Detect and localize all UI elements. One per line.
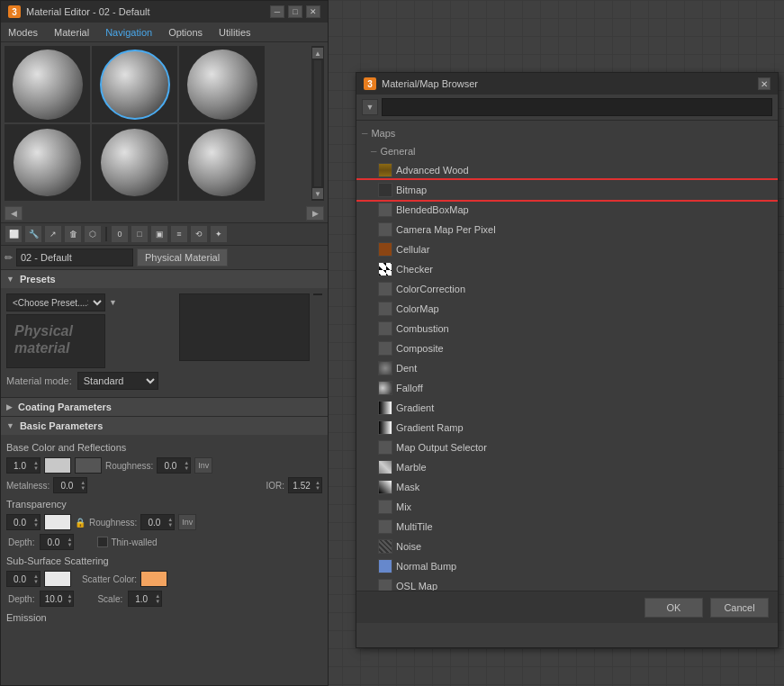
scroll-down[interactable]: ▼ (312, 188, 323, 199)
tree-item-map-output-selector[interactable]: Map Output Selector (356, 438, 778, 457)
ior-group: IOR: 1.52 ▲ ▼ (266, 477, 322, 493)
tree-item-checker[interactable]: Checker (356, 259, 778, 279)
scatter-color-swatch[interactable] (140, 571, 167, 587)
preset-scrollbar[interactable] (313, 293, 322, 295)
mb-ok-button[interactable]: OK (644, 598, 703, 618)
sss-spinner[interactable]: 0.0 ▲ ▼ (6, 571, 41, 587)
menu-material[interactable]: Material (50, 27, 93, 38)
tree-item-colorcorrection[interactable]: ColorCorrection (356, 279, 778, 299)
tree-item-falloff[interactable]: Falloff (356, 378, 778, 398)
preset-dropdown-row: <Choose Preset....> ▼ (6, 293, 176, 311)
tree-item-advanced-wood[interactable]: Advanced Wood (356, 160, 778, 180)
base-color-spinner[interactable]: 1.0 ▲ ▼ (6, 457, 41, 474)
transparency-spinner[interactable]: 0.0 ▲ ▼ (6, 514, 41, 530)
tb-btn-5[interactable]: ⬡ (84, 225, 102, 243)
mode-select[interactable]: Standard (77, 372, 158, 390)
close-button[interactable]: ✕ (306, 5, 320, 18)
preview-cell-5[interactable] (92, 124, 177, 201)
metalness-row: Metalness: 0.0 ▲ ▼ IOR: 1.52 ▲ ▼ (6, 477, 322, 493)
tree-item-gradient-ramp[interactable]: Gradient Ramp (356, 418, 778, 438)
toolbar: ⬜ 🔧 ↗ 🗑 ⬡ 0 □ ▣ ≡ ⟲ ✦ (1, 222, 328, 246)
tree-item-dent[interactable]: Dent (356, 358, 778, 378)
menu-modes[interactable]: Modes (5, 27, 41, 38)
tree-item-osl-map[interactable]: OSL Map (356, 576, 778, 591)
checker-icon (378, 262, 392, 276)
depth-spin-arrows: ▲ ▼ (66, 537, 73, 547)
scatter-label: Scatter Color: (82, 574, 137, 584)
preview-cell-3[interactable] (179, 46, 265, 122)
mb-close-button[interactable]: ✕ (758, 77, 770, 90)
tree-item-colormap[interactable]: ColorMap (356, 299, 778, 319)
tb-separator-1 (105, 227, 107, 241)
mask-icon (378, 480, 392, 494)
thin-walled-checkbox[interactable] (97, 537, 108, 547)
nav-forward[interactable]: ▶ (306, 206, 324, 221)
tree-item-mix[interactable]: Mix (356, 497, 778, 517)
tb-btn-2[interactable]: 🔧 (24, 225, 42, 243)
ior-label: IOR: (266, 481, 284, 491)
menu-options[interactable]: Options (165, 27, 206, 38)
coating-panel-header[interactable]: ▶ Coating Parameters (1, 398, 328, 416)
rough-locked-spinner[interactable]: 0.0 ▲ ▼ (140, 514, 175, 530)
preview-cell-1[interactable] (5, 46, 90, 122)
tb-btn-11[interactable]: ✦ (210, 225, 228, 243)
mb-cancel-button[interactable]: Cancel (710, 598, 769, 618)
tb-btn-8[interactable]: ▣ (150, 225, 168, 243)
base-color-swatch[interactable] (44, 457, 71, 474)
menu-navigation[interactable]: Navigation (102, 27, 156, 38)
tree-item-normal-bump[interactable]: Normal Bump (356, 556, 778, 576)
tb-btn-3[interactable]: ↗ (44, 225, 62, 243)
roughness-spinner[interactable]: 0.0 ▲ ▼ (157, 457, 191, 474)
tree-item-multitile[interactable]: MultiTile (356, 517, 778, 537)
menu-utilities[interactable]: Utilities (215, 27, 254, 38)
scroll-up[interactable]: ▲ (312, 48, 323, 59)
tb-btn-1[interactable]: ⬜ (5, 225, 23, 243)
tb-btn-4[interactable]: 🗑 (64, 225, 82, 243)
tb-btn-10[interactable]: ⟲ (190, 225, 208, 243)
tree-item-combustion[interactable]: Combustion (356, 319, 778, 338)
tree-item-blendedboxmap[interactable]: BlendedBoxMap (356, 200, 778, 220)
tree-item-mask[interactable]: Mask (356, 477, 778, 497)
mb-filter-button[interactable]: ▼ (362, 99, 378, 115)
preview-sphere-6 (188, 129, 256, 196)
sss-title: Sub-Surface Scattering (6, 554, 322, 568)
presets-title: Presets (20, 274, 56, 284)
sss-color-swatch[interactable] (44, 571, 71, 587)
metalness-spinner[interactable]: 0.0 ▲ ▼ (53, 477, 87, 493)
material-name-input[interactable] (16, 248, 133, 266)
mb-search-input[interactable] (382, 98, 772, 116)
inv2-button[interactable]: Inv (178, 514, 196, 530)
preview-cell-6[interactable] (179, 124, 265, 201)
maximize-button[interactable]: □ (288, 5, 302, 18)
tree-item-marble[interactable]: Marble (356, 457, 778, 477)
depth-spinner[interactable]: 0.0 ▲ ▼ (40, 534, 74, 550)
minimize-button[interactable]: ─ (270, 5, 284, 18)
preview-cell-2[interactable] (92, 46, 177, 122)
tree-item-bitmap[interactable]: Bitmap (356, 180, 778, 200)
sss-depth-row: Depth: 10.0 ▲ ▼ Scale: 1.0 ▲ ▼ (6, 591, 322, 607)
preset-select[interactable]: <Choose Preset....> (6, 293, 105, 311)
presets-row: <Choose Preset....> ▼ Physical material (6, 293, 322, 368)
scale-spinner[interactable]: 1.0 ▲ ▼ (128, 591, 162, 607)
material-type-button[interactable]: Physical Material (137, 248, 228, 266)
tb-btn-7[interactable]: □ (131, 225, 149, 243)
inv-button[interactable]: Inv (194, 457, 212, 474)
tree-item-noise[interactable]: Noise (356, 537, 778, 556)
transparency-swatch[interactable] (44, 514, 71, 530)
nav-back[interactable]: ◀ (5, 206, 23, 221)
ior-spinner[interactable]: 1.52 ▲ ▼ (288, 477, 322, 493)
tree-category-general[interactable]: ─ General (356, 142, 778, 160)
preview-cell-4[interactable] (5, 124, 90, 201)
material-editor-titlebar: 3 Material Editor - 02 - Default ─ □ ✕ (1, 1, 328, 23)
tb-btn-9[interactable]: ≡ (170, 225, 188, 243)
tree-item-cellular[interactable]: Cellular (356, 239, 778, 259)
presets-panel-header[interactable]: ▼ Presets (1, 270, 328, 288)
tb-btn-6[interactable]: 0 (111, 225, 129, 243)
basic-panel-header[interactable]: ▼ Basic Parameters (1, 417, 328, 435)
sss-depth-spinner[interactable]: 10.0 ▲ ▼ (40, 591, 74, 607)
tree-item-camera-map[interactable]: Camera Map Per Pixel (356, 220, 778, 239)
tree-item-gradient[interactable]: Gradient (356, 398, 778, 418)
preview-sphere-2 (100, 50, 170, 120)
tree-item-composite[interactable]: Composite (356, 338, 778, 358)
base-color-swatch-dark[interactable] (75, 457, 102, 474)
